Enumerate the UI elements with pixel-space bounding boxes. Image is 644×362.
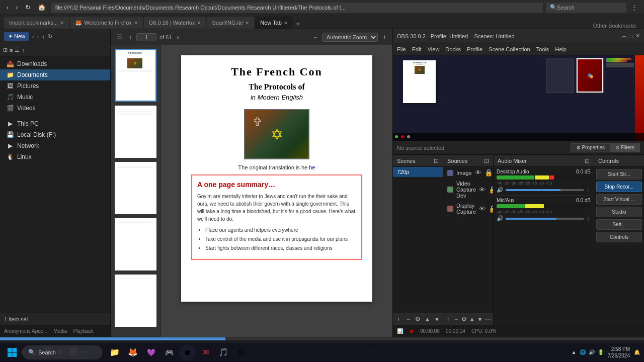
source-lock3-btn[interactable]: 🔒 (489, 205, 493, 213)
obs-scene-720p[interactable]: 720p (393, 167, 443, 177)
home-button[interactable]: 🏠 (35, 3, 48, 12)
tab-close-icon[interactable]: ✕ (197, 20, 201, 26)
obs-menu-file[interactable]: File (397, 46, 406, 52)
obs-properties-button[interactable]: ⚙ Properties (571, 143, 610, 152)
obs-settings[interactable]: Sett... (596, 219, 642, 230)
obs-filters-button[interactable]: ⧖ Filters (610, 143, 640, 152)
view-details-btn[interactable]: ☰ (15, 47, 20, 53)
pdf-sidebar-toggle[interactable]: ☰ (115, 33, 124, 42)
new-button[interactable]: ✦ New (4, 32, 29, 41)
taskbar-clock[interactable]: 2:58 PM 7/26/2024 (608, 346, 630, 359)
source-lock-btn[interactable]: 🔒 (485, 169, 493, 176)
fe-item-pictures[interactable]: 🖼 Pictures (0, 80, 110, 92)
tray-network-icon[interactable]: 🌐 (580, 349, 586, 355)
source-eye-btn[interactable]: 👁 (475, 169, 481, 176)
fe-item-network[interactable]: ▶ Network (0, 140, 110, 151)
nav-back-button[interactable]: ‹ (4, 3, 11, 12)
pdf-zoom-in[interactable]: + (381, 33, 388, 42)
pdf-thumb-2[interactable] (115, 106, 156, 158)
obs-start-virtual[interactable]: Start Virtual ... (596, 194, 642, 205)
mic-settings-btn[interactable]: ⋮ (586, 216, 591, 221)
media-progress-bar[interactable] (0, 337, 644, 340)
notification-icon[interactable]: 🔔 (634, 349, 640, 355)
pdf-prev-page[interactable]: ‹ (127, 33, 133, 42)
obs-studio-mode[interactable]: Studio (596, 207, 642, 217)
obs-minimize[interactable]: ─ (622, 33, 626, 39)
desktop-mute-btn[interactable]: 🔊 (497, 187, 504, 193)
new-tab-button[interactable]: + (294, 20, 302, 29)
tab-close-icon[interactable]: ✕ (60, 20, 64, 26)
pdf-page-input[interactable] (136, 33, 156, 41)
fe-item-this-pc[interactable]: ▶ This PC (0, 118, 110, 129)
taskbar-search[interactable]: 🔍 Search (22, 345, 103, 359)
obs-move-scene-down[interactable]: ▼ (433, 315, 441, 324)
pdf-thumb-4[interactable] (115, 218, 156, 270)
obs-remove-source[interactable]: − (453, 315, 459, 324)
pdf-zoom-out[interactable]: − (311, 33, 319, 42)
obs-remove-scene[interactable]: − (405, 315, 412, 324)
obs-start-streaming[interactable]: Start Str... (596, 169, 642, 179)
taskbar-discord-icon[interactable]: 🎮 (161, 344, 177, 360)
obs-maximize[interactable]: □ (629, 33, 632, 39)
taskbar-mail-icon[interactable]: ✉ (197, 344, 213, 360)
obs-menu-edit[interactable]: Edit (412, 46, 422, 52)
address-bar[interactable]: file:///Y:/2 Personal Files/Documents/Do… (51, 3, 543, 13)
obs-controls-btn[interactable]: Controls (596, 232, 642, 242)
mic-mute-btn[interactable]: 🔊 (497, 215, 504, 222)
fe-item-downloads[interactable]: 📥 Downloads (0, 58, 110, 69)
tab-searxng[interactable]: SearXNG.ite ✕ (207, 17, 254, 29)
start-button[interactable] (4, 344, 20, 360)
obs-source-video-capture[interactable]: Video Capture Dev 👁 🔒 (443, 178, 493, 201)
obs-menu-view[interactable]: View (428, 46, 440, 52)
tab-close-icon[interactable]: ✕ (134, 20, 138, 26)
fe-nav-up[interactable]: ↑ (42, 34, 45, 40)
obs-add-scene[interactable]: + (395, 315, 403, 324)
obs-settings-source[interactable]: ⚙ (461, 315, 467, 324)
nav-forward-button[interactable]: › (13, 3, 20, 12)
tray-volume-icon[interactable]: 🔊 (589, 349, 595, 355)
obs-move-scene-up[interactable]: ▲ (424, 315, 431, 324)
taskbar-explorer-icon[interactable]: 📁 (107, 344, 123, 360)
mic-volume-slider[interactable] (506, 218, 584, 220)
obs-menu-profile[interactable]: Profile (467, 46, 482, 52)
fe-item-videos[interactable]: 🎬 Videos (0, 103, 110, 114)
obs-menu-docks[interactable]: Docks (445, 46, 461, 52)
fe-item-local-disk[interactable]: 💾 Local Disk (F:) (0, 129, 110, 140)
fe-nav-back[interactable]: ‹ (32, 34, 34, 40)
fe-item-music[interactable]: 🎵 Music (0, 92, 110, 103)
fe-item-linux[interactable]: 🐧 Linux (0, 151, 110, 162)
obs-move-source-down[interactable]: ▼ (477, 315, 483, 324)
obs-source-image[interactable]: Image 👁 🔒 (443, 167, 493, 178)
desktop-volume-slider[interactable] (506, 189, 584, 191)
obs-stop-recording[interactable]: Stop Recor... (596, 182, 642, 192)
tab-close-icon[interactable]: ✕ (245, 20, 249, 26)
tab-welcome-firefox[interactable]: 🦊 Welcome to Firefox ✕ (70, 17, 143, 29)
obs-move-source-up[interactable]: ▲ (469, 315, 475, 324)
obs-source-display-capture[interactable]: Display Capture 👁 🔒 (443, 201, 493, 217)
source-eye3-btn[interactable]: 👁 (479, 205, 486, 213)
obs-menu-help[interactable]: Help (555, 46, 567, 52)
taskbar-obs-icon[interactable]: ⏺ (179, 344, 195, 360)
pdf-thumb-1[interactable]: THE FRENCH CON The Protocols of ✡ (115, 49, 156, 102)
obs-settings-scene[interactable]: ⚙ (414, 315, 422, 324)
obs-add-source[interactable]: + (445, 315, 451, 324)
obs-audio-expand[interactable]: ⊡ (585, 157, 590, 164)
obs-more-source[interactable]: ⋯ (485, 315, 491, 324)
obs-menu-tools[interactable]: Tools (536, 46, 549, 52)
browser-menu-button[interactable]: ⋮ (628, 3, 640, 12)
tab-import-bookmarks[interactable]: Import bookmarks... ✕ (4, 17, 69, 29)
fe-nav-forward[interactable]: › (37, 34, 39, 40)
obs-sources-expand[interactable]: ⊡ (484, 157, 489, 164)
nav-refresh-button[interactable]: ↻ (23, 3, 33, 12)
tray-up-icon[interactable]: ▲ (572, 349, 577, 355)
taskbar-settings-icon[interactable]: ⚙ (233, 344, 250, 360)
pdf-thumb-5[interactable] (115, 275, 156, 327)
tab-new-tab[interactable]: New Tab ✕ (255, 17, 293, 29)
fe-item-documents[interactable]: 📁 Documents (0, 69, 110, 80)
pdf-next-page[interactable]: › (175, 33, 181, 42)
fe-refresh[interactable]: ↻ (48, 33, 52, 40)
browser-search[interactable]: 🔍 Search (546, 3, 626, 13)
obs-scenes-expand[interactable]: ⊡ (434, 157, 439, 164)
tab-close-icon[interactable]: ✕ (284, 20, 288, 26)
sort-btn[interactable]: ↕ (22, 47, 25, 53)
